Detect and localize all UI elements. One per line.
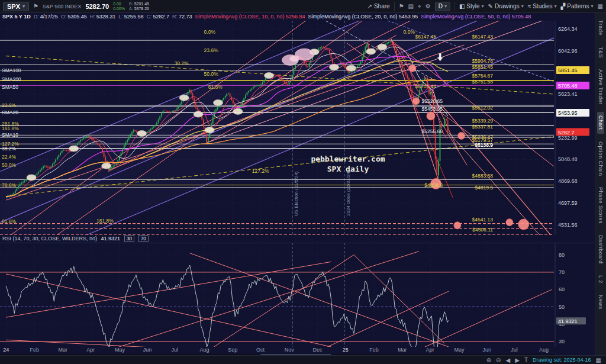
rsi-subchart[interactable]: 80706050403041.9321 (0, 243, 595, 347)
ask-value: 5378.26 (134, 7, 149, 11)
svg-text:$4541.13: $4541.13 (472, 217, 494, 223)
svg-text:41.9321: 41.9321 (558, 318, 578, 324)
time-axis-label: Jun (143, 347, 152, 353)
legend-item: H: (90, 14, 95, 20)
style-icon: ◧ (459, 3, 465, 9)
svg-text:$5255.66: $5255.66 (422, 128, 443, 134)
zoom-in-icon[interactable]: ⊕ (486, 357, 491, 363)
bid-ask: B:5201.45 A:5378.26 (129, 2, 149, 11)
sidebar-tab-trade[interactable]: Trade (597, 17, 604, 39)
svg-text:0.0%: 0.0% (204, 29, 216, 35)
sidebar-tab-t-s[interactable]: T&S (597, 43, 604, 62)
text-tool-icon[interactable]: T (524, 357, 528, 363)
flag-icon[interactable]: ⚑ (33, 3, 38, 9)
time-axis-label: Dec (313, 347, 323, 353)
svg-text:70: 70 (559, 269, 565, 275)
print-icon[interactable]: ▤ (408, 3, 414, 9)
thinkorswim-app: SPX ▾ ⚑ S&P 500 INDEX 5282.70 0.00 0.00%… (0, 0, 606, 364)
legend-study: SimpleMovingAvg (CLOSE, 10, 0, no) 5256.… (195, 14, 305, 20)
svg-text:$6147.43: $6147.43 (472, 34, 494, 40)
svg-text:161.8%: 161.8% (2, 125, 19, 131)
svg-text:$5851.45: $5851.45 (472, 64, 494, 70)
drawing-set-label[interactable]: Drawing set: 2025-04-16 (533, 357, 591, 363)
style-button[interactable]: ◧ Style ▾ (459, 3, 484, 9)
time-axis-label: Apr (86, 347, 95, 353)
sidebar-tab-option-chain[interactable]: Option Chain (597, 138, 604, 180)
svg-text:6264.34: 6264.34 (558, 26, 578, 32)
layout-grid-icon[interactable]: ▦ (598, 3, 603, 9)
bid-label: B: (129, 2, 133, 6)
rsi-overbought-box[interactable]: 70 (138, 235, 149, 242)
time-axis[interactable]: 24FebMarAprMayJunJulAugSepOctNovDec25Feb… (0, 347, 595, 354)
pan-right-icon[interactable]: ▶ (515, 357, 520, 363)
legend-item: 4/17/25 (40, 14, 58, 20)
ask-label: A: (129, 7, 133, 11)
time-axis-label: 24 (3, 347, 9, 353)
svg-text:$5512.02: $5512.02 (472, 105, 494, 111)
svg-text:$5138.9: $5138.9 (475, 142, 493, 148)
svg-text:$4883.58: $4883.58 (472, 173, 494, 179)
svg-text:6042.96: 6042.96 (558, 48, 578, 54)
chart-panel: SPX 5 Y 1DD:4/17/25O:5305.45H:5328.31L:5… (0, 13, 595, 355)
right-gadget-tabs: TradeT&SActive TraderChartOption ChainPh… (595, 13, 606, 355)
legend-item: D: (34, 14, 39, 20)
svg-text:50.0%: 50.0% (204, 71, 219, 77)
studies-label: Studies (533, 3, 552, 9)
legend-study: SimpleMovingAvg (CLOSE, 20, 0, no) 5453.… (308, 14, 418, 20)
bottom-toolbar: ⊕ ⊖ ◀ ▶ T Drawing set: 2025-04-16 ▦ (0, 355, 606, 364)
svg-text:5048.48: 5048.48 (558, 156, 578, 162)
sidebar-tab-news[interactable]: News (597, 291, 604, 313)
price-change: 0.00 0.00% (113, 2, 125, 11)
legend-item: 5328.31 (96, 14, 116, 20)
svg-text:5232.99: 5232.99 (558, 135, 578, 141)
svg-text:80: 80 (559, 252, 565, 258)
time-axis-label: Jul (511, 347, 518, 353)
sidebar-tab-l-2[interactable]: L 2 (597, 272, 604, 287)
svg-text:4531.56: 4531.56 (558, 222, 578, 228)
svg-text:5851.45: 5851.45 (558, 67, 578, 73)
sidebar-tab-active-trader[interactable]: Active Trader (597, 66, 604, 108)
svg-text:2024 close (12/31/24): 2024 close (12/31/24) (346, 170, 351, 216)
share-button[interactable]: ↗ Share (368, 3, 390, 9)
chevron-down-icon: ▾ (555, 4, 557, 9)
symbol-selector[interactable]: SPX ▾ (3, 2, 29, 11)
svg-text:5705.48: 5705.48 (558, 83, 578, 89)
sidebar-tab-chart[interactable]: Chart (597, 112, 604, 134)
sidebar-tab-phase-scores[interactable]: Phase Scores (597, 183, 604, 227)
svg-text:78.6%: 78.6% (2, 182, 17, 188)
patterns-button[interactable]: ▞ Patterns ▾ (561, 3, 594, 9)
main-price-chart[interactable]: US Election (11/5/24)2024 close (12/31/2… (0, 21, 595, 235)
patterns-icon: ▞ (561, 3, 566, 9)
time-axis-label: Jun (482, 347, 491, 353)
studies-button[interactable]: ≈ Studies ▾ (528, 3, 557, 9)
legend-item: 72.73 (179, 14, 192, 20)
share-label: Share (374, 3, 390, 9)
symbol-label: SPX (7, 3, 20, 10)
svg-text:5453.95: 5453.95 (558, 110, 578, 116)
drawings-button[interactable]: ✎ Drawings ▾ (488, 3, 524, 9)
svg-text:US Election (11/5/24): US Election (11/5/24) (294, 171, 299, 216)
svg-text:0.0%: 0.0% (404, 29, 415, 35)
svg-text:$5705.44: $5705.44 (415, 83, 437, 89)
settings-gear-icon[interactable]: ⚙ (426, 3, 431, 9)
time-axis-label: May (115, 347, 125, 353)
grid-icon[interactable]: ▦ (596, 357, 601, 363)
crosshair-icon[interactable]: ⌖ (418, 3, 421, 10)
svg-text:$5337.81: $5337.81 (472, 124, 494, 130)
timeframe-selector[interactable]: D ▾ (435, 2, 450, 11)
zoom-out-icon[interactable]: ⊖ (496, 357, 501, 363)
change-value: 0.00 (113, 2, 125, 7)
legend-item: 5255.58 (124, 14, 144, 20)
sidebar-tab-dashboard[interactable]: Dashboard (597, 231, 604, 268)
chevron-down-icon: ▾ (444, 4, 447, 9)
rsi-oversold-box[interactable]: 30 (124, 235, 134, 242)
svg-text:$4839.6: $4839.6 (424, 182, 443, 188)
time-axis-label: 25 (343, 347, 349, 353)
svg-text:SPX daily: SPX daily (327, 165, 369, 173)
pan-left-icon[interactable]: ◀ (505, 357, 510, 363)
alert-icon[interactable]: ⚑ (399, 3, 404, 9)
legend-study: SimpleMovingAvg (CLOSE, 50, 0, no) 5705.… (421, 14, 531, 20)
svg-text:$5754.67: $5754.67 (472, 73, 494, 79)
rsi-study-label[interactable]: RSI (14, 70, 30, CLOSE, WILDERS, no) 41.… (2, 235, 149, 243)
drawings-icon: ✎ (488, 3, 493, 9)
